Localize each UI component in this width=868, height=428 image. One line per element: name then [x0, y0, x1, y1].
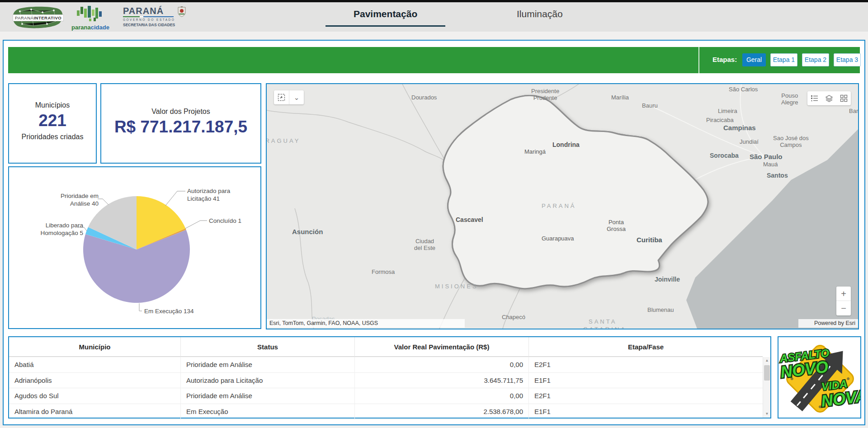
municipality-cell[interactable]: [435, 224, 447, 237]
municipality-cell[interactable]: [637, 101, 648, 110]
municipality-cell[interactable]: [666, 279, 676, 292]
etapa-button-geral[interactable]: Geral: [742, 53, 766, 66]
municipality-cell[interactable]: [597, 91, 607, 102]
municipality-cell[interactable]: [654, 90, 667, 101]
municipality-cell[interactable]: [439, 132, 449, 142]
municipality-cell[interactable]: [437, 140, 447, 149]
municipality-cell[interactable]: [695, 149, 706, 161]
municipality-cell[interactable]: [644, 101, 656, 112]
municipality-cell[interactable]: [684, 111, 695, 123]
municipality-cell[interactable]: [598, 102, 607, 114]
municipality-cell[interactable]: [468, 90, 480, 103]
municipality-cell[interactable]: [645, 118, 656, 131]
tab-pavimentacao[interactable]: Pavimentação: [354, 9, 417, 19]
municipality-cell[interactable]: [677, 101, 688, 111]
municipality-cell[interactable]: [697, 92, 708, 103]
municipality-cell[interactable]: [637, 282, 647, 292]
municipality-cell[interactable]: [688, 129, 699, 141]
municipality-cell[interactable]: [675, 272, 686, 284]
municipality-cell[interactable]: [577, 284, 589, 293]
etapa-button-1[interactable]: Etapa 1: [770, 53, 797, 66]
municipality-cell[interactable]: [694, 235, 705, 247]
municipality-cell[interactable]: [446, 121, 458, 134]
layers-button[interactable]: [825, 94, 833, 103]
municipality-cell[interactable]: [445, 101, 454, 111]
municipality-cell[interactable]: [435, 186, 446, 197]
municipality-cell[interactable]: [683, 120, 695, 132]
municipality-cell[interactable]: [438, 282, 449, 292]
parana-map[interactable]: Dourados Presidente Prudente Marília Bau…: [266, 83, 859, 329]
municipality-cell[interactable]: [567, 93, 576, 102]
municipality-cell[interactable]: [656, 133, 667, 142]
municipality-cell[interactable]: [674, 283, 687, 293]
legend-button[interactable]: [811, 94, 818, 102]
municipality-cell[interactable]: [434, 94, 447, 105]
municipality-cell[interactable]: [624, 111, 636, 121]
municipality-cell[interactable]: [643, 282, 656, 292]
municipality-cell[interactable]: [695, 247, 708, 258]
etapa-button-3[interactable]: Etapa 3: [834, 53, 861, 66]
municipality-cell[interactable]: [615, 122, 627, 133]
municipality-cell[interactable]: [674, 111, 685, 122]
municipality-cell[interactable]: [615, 92, 626, 101]
tab-iluminacao[interactable]: Iluminação: [517, 9, 563, 19]
municipality-cell[interactable]: [696, 226, 708, 236]
municipality-cell[interactable]: [628, 122, 638, 131]
column-header-municipio[interactable]: Município: [9, 337, 181, 357]
municipality-cell[interactable]: [438, 237, 450, 248]
municipality-cell[interactable]: [693, 133, 706, 144]
municipality-cell[interactable]: [673, 263, 686, 273]
municipality-cell[interactable]: [458, 92, 469, 106]
municipality-cell[interactable]: [628, 100, 639, 113]
scroll-up-icon[interactable]: ▲: [763, 357, 771, 364]
municipality-cell[interactable]: [676, 242, 688, 253]
municipality-cell[interactable]: [445, 272, 457, 284]
municipality-cell[interactable]: [634, 94, 645, 106]
default-extent-button[interactable]: [274, 90, 289, 104]
municipality-cell[interactable]: [636, 273, 648, 284]
cell-municipio[interactable]: Adrianópolis: [9, 373, 181, 389]
municipality-cell[interactable]: [665, 141, 675, 151]
municipality-cell[interactable]: [646, 272, 657, 283]
municipality-cell[interactable]: [448, 92, 458, 103]
municipality-cell[interactable]: [684, 91, 695, 101]
municipality-cell[interactable]: [445, 262, 456, 273]
municipality-cell[interactable]: [615, 102, 625, 113]
zoom-in-button[interactable]: +: [836, 287, 851, 301]
municipality-cell[interactable]: [597, 112, 607, 122]
column-header-valor[interactable]: Valor Real Pavimentação (R$): [355, 337, 529, 357]
municipality-cell[interactable]: [483, 94, 495, 105]
municipality-cell[interactable]: [667, 131, 678, 140]
municipality-cell[interactable]: [557, 94, 567, 105]
municipality-cell[interactable]: [434, 119, 445, 132]
municipality-cell[interactable]: [596, 122, 609, 132]
scroll-down-icon[interactable]: ▼: [763, 410, 771, 418]
cell-municipio[interactable]: Abatiá: [9, 357, 181, 373]
municipality-cell[interactable]: [678, 141, 688, 152]
municipality-cell[interactable]: [448, 256, 458, 265]
municipality-cell[interactable]: [688, 104, 698, 113]
municipality-cell[interactable]: [684, 141, 695, 152]
municipality-cell[interactable]: [668, 256, 677, 267]
municipality-cell[interactable]: [623, 92, 635, 102]
municipality-cell[interactable]: [449, 284, 459, 294]
municipality-cell[interactable]: [576, 93, 589, 104]
municipality-cell[interactable]: [666, 120, 677, 131]
municipality-cell[interactable]: [665, 265, 675, 275]
municipality-cell[interactable]: [674, 149, 686, 160]
municipality-cell[interactable]: [455, 103, 467, 113]
municipality-cell[interactable]: [585, 111, 596, 123]
municipality-cell[interactable]: [437, 197, 447, 206]
municipality-cell[interactable]: [616, 282, 628, 295]
municipality-cell[interactable]: [696, 141, 706, 153]
municipality-cell[interactable]: [675, 91, 688, 104]
municipality-cell[interactable]: [645, 128, 657, 140]
scrollbar-thumb[interactable]: [764, 365, 770, 381]
municipality-cell[interactable]: [687, 255, 698, 267]
municipality-cell[interactable]: [668, 102, 676, 114]
municipality-cell[interactable]: [446, 112, 457, 122]
municipality-cell[interactable]: [696, 112, 706, 121]
municipality-cell[interactable]: [667, 269, 679, 282]
municipality-cell[interactable]: [589, 102, 599, 113]
zoom-out-button[interactable]: −: [836, 301, 851, 315]
